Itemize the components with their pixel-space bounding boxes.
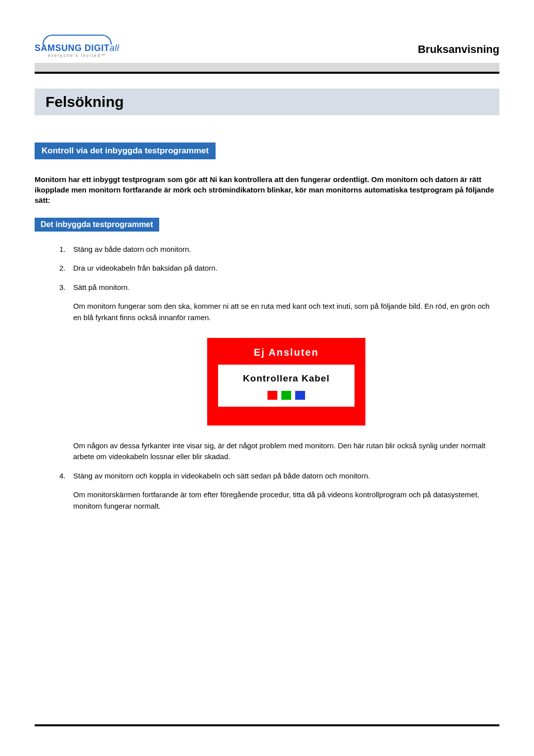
step-paragraph: Om någon av dessa fyrkanter inte visar s… <box>73 440 499 463</box>
list-item: Stäng av monitorn och koppla in videokab… <box>59 471 499 512</box>
logo-text-a: SAMSUNG DIGIT <box>35 43 110 53</box>
document-type: Bruksanvisning <box>418 43 499 56</box>
logo-text-b: all <box>110 43 120 53</box>
diagram-wrap: Ej Ansluten Kontrollera Kabel <box>73 338 499 425</box>
ordered-steps: Stäng av både datorn och monitorn. Dra u… <box>59 244 499 512</box>
step-text: Stäng av monitorn och koppla in videokab… <box>73 472 370 480</box>
header-divider <box>35 72 499 74</box>
diagram-bottom-band <box>209 407 363 424</box>
list-item: Dra ur videokabeln från baksidan på dato… <box>59 263 499 274</box>
diagram-mid-panel: Kontrollera Kabel <box>218 365 355 407</box>
list-item: Sätt på monitorn. Om monitorn fungerar s… <box>59 282 499 463</box>
red-square-icon <box>267 391 277 400</box>
brand-logo: SAMSUNG DIGITall everyone's invited™ <box>35 35 119 58</box>
diagram-top-label: Ej Ansluten <box>209 340 363 365</box>
step-text: Dra ur videokabeln från baksidan på dato… <box>73 264 218 272</box>
section-heading: Kontroll via det inbyggda testprogrammet <box>35 142 216 159</box>
blue-square-icon <box>295 391 305 400</box>
page-title: Felsökning <box>45 94 124 110</box>
step-text: Stäng av både datorn och monitorn. <box>73 245 191 253</box>
list-item: Stäng av både datorn och monitorn. <box>59 244 499 255</box>
intro-paragraph: Monitorn har ett inbyggt testprogram som… <box>35 174 499 205</box>
self-test-diagram: Ej Ansluten Kontrollera Kabel <box>207 338 365 425</box>
diagram-mid-label: Kontrollera Kabel <box>218 372 355 386</box>
header-row: SAMSUNG DIGITall everyone's invited™ Bru… <box>35 35 499 58</box>
header-gray-band <box>35 63 499 72</box>
color-squares <box>218 391 355 400</box>
footer-divider <box>35 724 499 726</box>
green-square-icon <box>281 391 291 400</box>
step-paragraph: Om monitorn fungerar som den ska, kommer… <box>73 301 499 323</box>
page-title-band: Felsökning <box>35 89 499 115</box>
step-paragraph: Om monitorskärmen fortfarande är tom eft… <box>73 489 499 512</box>
subsection-heading: Det inbyggda testprogrammet <box>35 218 159 232</box>
steps-area: Stäng av både datorn och monitorn. Dra u… <box>35 244 499 512</box>
step-text: Sätt på monitorn. <box>73 283 130 291</box>
logo-tagline: everyone's invited™ <box>35 53 119 58</box>
logo-wordmark: SAMSUNG DIGITall <box>35 44 119 52</box>
